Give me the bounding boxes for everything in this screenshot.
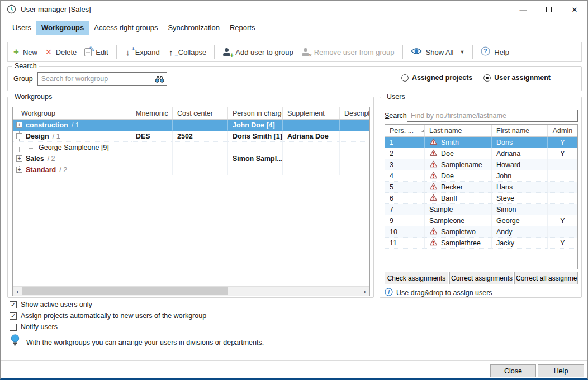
checkbox-show-active-users[interactable]: ✓Show active users only xyxy=(10,301,92,308)
warning-icon xyxy=(429,160,438,169)
radio-assigned-projects[interactable]: Assigned projects xyxy=(401,74,472,82)
users-table-header: Pers. ...Last nameFirst nameAdmin xyxy=(385,125,577,137)
add-user-to-group-button[interactable]: + Add user to group xyxy=(222,48,293,56)
help-button[interactable]: Help xyxy=(538,364,584,377)
column-header[interactable]: Supplement xyxy=(283,107,340,119)
user-search-input[interactable] xyxy=(407,110,578,122)
expand-node-icon[interactable]: + xyxy=(16,122,22,128)
last-name-cell: Sample xyxy=(425,204,492,215)
button-check-assignments[interactable]: Check assignments xyxy=(385,272,448,284)
person-in-charge-cell: Simon Sampl... xyxy=(228,153,283,164)
tip-text: With the workgroups you can arrange your… xyxy=(26,334,264,346)
tab-synchronization[interactable]: Synchronization xyxy=(163,21,225,35)
show-all-label: Show All xyxy=(426,48,454,56)
scroll-right-icon[interactable]: › xyxy=(360,287,369,296)
user-row[interactable]: 3SamplenameHoward xyxy=(385,159,577,170)
user-number-cell: 9 xyxy=(385,215,425,226)
mnemonic-cell xyxy=(131,120,173,131)
close-button[interactable]: Close xyxy=(490,364,536,377)
first-name-cell: Hans xyxy=(492,182,548,193)
horizontal-scrollbar[interactable]: ‹ › xyxy=(13,286,369,296)
workgroup-row[interactable]: +Sales/ 2Simon Sampl... xyxy=(13,153,369,164)
user-row[interactable]: 1SmithDorisY xyxy=(385,137,577,148)
workgroup-tree-cell: +Sales/ 2 xyxy=(13,153,131,164)
workgroup-search-input[interactable] xyxy=(37,72,167,86)
last-name-text: Sample xyxy=(429,206,453,213)
tree-connector-icon xyxy=(29,142,35,149)
last-name-cell: Samplethree xyxy=(425,238,492,249)
user-row[interactable]: 2DoeAdrianaY xyxy=(385,148,577,159)
workgroup-name: construction xyxy=(26,121,68,129)
new-button[interactable]: + New xyxy=(13,48,37,56)
column-header[interactable]: Workgroup xyxy=(13,107,131,119)
user-row[interactable]: 7SampleSimon xyxy=(385,204,577,215)
description-cell xyxy=(340,120,369,131)
checkbox-icon[interactable]: ✓ xyxy=(10,301,17,308)
first-name-cell: Howard xyxy=(492,159,548,170)
workgroup-count: / 2 xyxy=(48,155,55,163)
checkbox-icon[interactable] xyxy=(10,324,17,331)
tab-reports[interactable]: Reports xyxy=(225,21,260,35)
column-header[interactable]: Pers. ... xyxy=(385,125,425,136)
column-header[interactable]: Mnemonic xyxy=(131,107,173,119)
user-row[interactable]: 10SampletwoAndy xyxy=(385,226,577,238)
remove-user-from-group-button[interactable]: ✕ Remove user from group xyxy=(301,48,395,56)
scrollbar-thumb[interactable] xyxy=(22,287,228,295)
minimize-button[interactable]: — xyxy=(510,1,536,18)
button-correct-all-assignments[interactable]: Correct all assignments xyxy=(514,272,578,284)
warning-icon xyxy=(429,149,438,158)
button-correct-assignments[interactable]: Correct assignments xyxy=(449,272,513,284)
help-toolbar-button[interactable]: ? Help xyxy=(481,46,509,58)
checkbox-icon[interactable]: ✓ xyxy=(10,312,17,320)
column-header[interactable]: Last name xyxy=(425,125,492,136)
scroll-left-icon[interactable]: ‹ xyxy=(13,287,22,296)
checkbox-notify-users[interactable]: Notify users xyxy=(10,323,58,331)
user-row[interactable]: 4DoeJohn xyxy=(385,170,577,182)
tab-access-right-groups[interactable]: Access right groups xyxy=(89,21,163,35)
checkbox-assign-projects-automatically[interactable]: ✓Assign projects automatically to new us… xyxy=(10,312,206,320)
supplement-cell xyxy=(283,120,340,131)
users-groupbox: Users Search Pers. ...Last nameFirst nam… xyxy=(380,97,582,298)
column-header[interactable]: First name xyxy=(492,125,548,136)
user-row[interactable]: 11SamplethreeJackyY xyxy=(385,238,577,249)
chevron-down-icon[interactable]: ▼ xyxy=(459,49,464,55)
user-row[interactable]: 5BeckerHans xyxy=(385,182,577,193)
radio-user-assignment[interactable]: User assignment xyxy=(483,74,551,82)
workgroups-table-body: +construction/ 1John Doe [4]−Design/ 1DE… xyxy=(13,120,369,175)
scrollbar-track[interactable] xyxy=(22,287,360,296)
user-row[interactable]: 6BanffSteve xyxy=(385,193,577,204)
expand-button-label: Expand xyxy=(135,48,160,56)
maximize-button[interactable] xyxy=(536,1,562,18)
close-window-button[interactable]: ✕ xyxy=(562,1,587,18)
column-header[interactable]: Cost center xyxy=(173,107,228,119)
admin-cell xyxy=(548,159,577,170)
column-header[interactable]: Person in charge xyxy=(228,107,283,119)
tab-users[interactable]: Users xyxy=(7,21,36,35)
expand-button[interactable]: ↓+ Expand xyxy=(125,48,160,57)
last-name-text: Smith xyxy=(441,139,459,146)
eye-icon xyxy=(411,48,422,56)
column-header[interactable]: Admin xyxy=(548,125,577,136)
expand-node-icon[interactable]: + xyxy=(16,155,22,162)
column-header[interactable]: Descripti xyxy=(340,107,369,119)
tab-workgroups[interactable]: Workgroups xyxy=(36,21,89,35)
show-all-button[interactable]: Show All ▼ xyxy=(411,48,465,56)
delete-button[interactable]: ✕ Delete xyxy=(45,48,77,56)
workgroup-row[interactable]: George Sampleone [9] xyxy=(13,142,369,153)
edit-button[interactable]: ✎ Edit xyxy=(84,48,108,56)
workgroup-row[interactable]: +Standard/ 2 xyxy=(13,164,369,175)
user-row[interactable]: 9SampleoneGeorgeY xyxy=(385,215,577,226)
supplement-cell: Adriana Doe xyxy=(283,131,340,142)
collapse-button[interactable]: ↑− Collapse xyxy=(168,48,207,57)
workgroup-row[interactable]: −Design/ 1DES2502Doris Smith [1]Adriana … xyxy=(13,131,369,142)
radio-circle-icon xyxy=(401,74,409,82)
delete-button-label: Delete xyxy=(56,48,77,56)
last-name-text: Becker xyxy=(441,183,463,191)
expand-node-icon[interactable]: + xyxy=(16,167,22,173)
workgroup-row[interactable]: +construction/ 1John Doe [4] xyxy=(13,120,369,131)
user-number-cell: 1 xyxy=(385,137,425,148)
warning-icon xyxy=(429,172,438,180)
collapse-node-icon[interactable]: − xyxy=(16,133,22,139)
users-legend: Users xyxy=(385,93,407,101)
admin-cell xyxy=(548,182,577,193)
